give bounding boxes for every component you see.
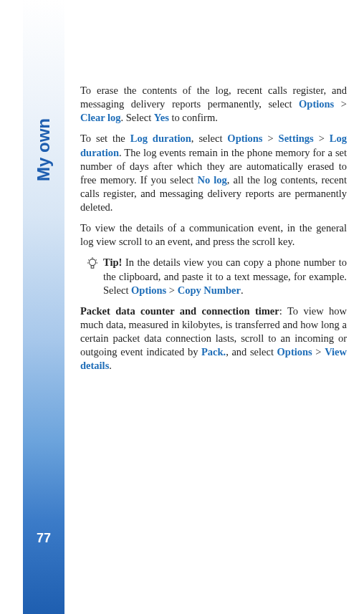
separator: > bbox=[166, 284, 177, 296]
link-log-duration: Log duration bbox=[130, 133, 191, 144]
link-copy-number: Copy Number bbox=[178, 284, 241, 296]
page-number: 77 bbox=[37, 531, 51, 546]
paragraph-packet-data: Packet data counter and connection timer… bbox=[80, 304, 347, 373]
text: , select bbox=[191, 133, 228, 144]
text: To set the bbox=[80, 133, 130, 144]
tip-block: Tip! In the details view you can copy a … bbox=[80, 256, 347, 297]
link-options: Options bbox=[299, 98, 334, 110]
svg-rect-6 bbox=[91, 266, 94, 269]
separator: > bbox=[334, 98, 347, 110]
text: , and select bbox=[226, 346, 277, 358]
text: To view the details of a communication e… bbox=[80, 222, 347, 247]
paragraph-log-duration: To set the Log duration, select Options … bbox=[80, 132, 347, 214]
tip-icon bbox=[86, 256, 99, 269]
link-options: Options bbox=[131, 284, 166, 296]
separator: > bbox=[312, 346, 325, 358]
text: . Select bbox=[121, 112, 154, 123]
separator: > bbox=[263, 133, 279, 144]
svg-point-0 bbox=[90, 259, 96, 266]
svg-line-2 bbox=[88, 260, 89, 261]
section-title: My own bbox=[34, 118, 54, 181]
text: to confirm. bbox=[169, 112, 218, 123]
link-yes: Yes bbox=[154, 112, 169, 123]
main-content: To erase the contents of the log, recent… bbox=[80, 84, 347, 380]
text: . bbox=[241, 284, 244, 296]
paragraph-view-details: To view the details of a communication e… bbox=[80, 221, 347, 249]
text: . bbox=[109, 360, 112, 371]
link-no-log: No log bbox=[197, 174, 226, 186]
heading-packet-data: Packet data counter and connection timer bbox=[80, 305, 279, 317]
tip-text: Tip! In the details view you can copy a … bbox=[103, 256, 347, 297]
link-pack: Pack. bbox=[201, 346, 226, 358]
paragraph-erase-log: To erase the contents of the log, recent… bbox=[80, 84, 347, 125]
separator: > bbox=[314, 133, 330, 144]
link-settings: Settings bbox=[279, 133, 314, 144]
link-options: Options bbox=[277, 346, 312, 358]
sidebar-gradient: My own 77 bbox=[23, 0, 64, 614]
link-options: Options bbox=[227, 133, 262, 144]
link-clear-log: Clear log bbox=[80, 112, 121, 123]
tip-label: Tip! bbox=[103, 256, 122, 268]
svg-line-3 bbox=[96, 260, 97, 261]
